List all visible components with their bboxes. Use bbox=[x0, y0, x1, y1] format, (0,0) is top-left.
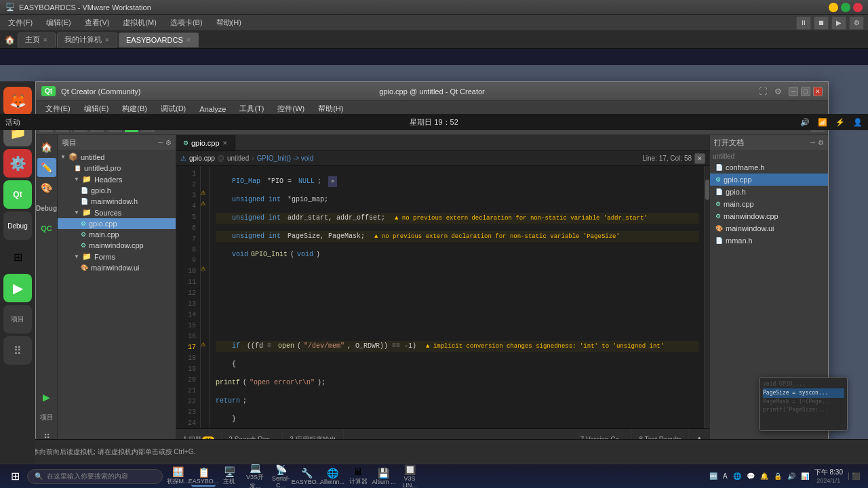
code-gutter: ⚠ ⚠ ⚠ bbox=[201, 166, 210, 428]
vmware-tab-easyboardcs-close[interactable]: ✕ bbox=[186, 37, 191, 43]
headers-icon: 📁 bbox=[82, 175, 92, 184]
maximize-button[interactable] bbox=[841, 3, 850, 12]
qt-close-button[interactable]: ✕ bbox=[813, 87, 823, 96]
taskbar-app-allwinner[interactable]: 🌐 Allwinn... bbox=[320, 466, 344, 487]
ubuntu-dock-terminal[interactable]: ⊞ bbox=[3, 243, 32, 271]
tree-collapse-btn[interactable]: ─ bbox=[158, 139, 163, 146]
tree-item-mainwindow-h[interactable]: 📄 mainwindow.h bbox=[58, 196, 176, 207]
vmware-tab-home[interactable]: 主页 ✕ bbox=[18, 33, 56, 47]
tree-item-sources[interactable]: ▼ 📁 Sources bbox=[58, 207, 176, 218]
ubuntu-dock-apps[interactable]: ⠿ bbox=[3, 336, 32, 365]
vmware-tab-easyboardcs[interactable]: EASYBOARDCS ✕ bbox=[119, 33, 199, 47]
qt-sidebar-run[interactable]: ▶ bbox=[37, 388, 56, 407]
editor-breadcrumb-func[interactable]: GPIO_Init() -> void bbox=[257, 155, 314, 162]
vmware-tab-home-icon[interactable]: 🏠 bbox=[3, 33, 16, 47]
qt-menu-analyze[interactable]: Analyze bbox=[193, 103, 233, 115]
qt-app-name: Qt Creator (Community) bbox=[61, 87, 140, 96]
editor-tabbar: ⚙ gpio.cpp ✕ bbox=[176, 135, 709, 151]
taskbar-app-calculator[interactable]: 🖩 计算器 bbox=[346, 466, 370, 487]
tree-item-untitled[interactable]: ▼ 📦 untitled bbox=[58, 151, 176, 163]
qt-restore-button[interactable]: □ bbox=[801, 87, 810, 96]
taskbar-app-v3slin[interactable]: 🔲 V3S LIN... bbox=[397, 466, 422, 487]
qt-sidebar-debug[interactable]: Debug bbox=[37, 199, 56, 218]
qt-sidebar-design[interactable]: 🎨 bbox=[37, 178, 56, 197]
vmware-menu-file[interactable]: 文件(F) bbox=[4, 16, 37, 29]
tree-item-gpio-cpp[interactable]: ⚙ gpio.cpp bbox=[58, 218, 176, 229]
open-mainwindow-ui-icon: 🎨 bbox=[715, 225, 723, 232]
taskbar-app-easybo1[interactable]: 📋 EASYBO... bbox=[191, 466, 216, 487]
ubuntu-dock-debug[interactable]: Debug bbox=[3, 211, 32, 240]
minimize-button[interactable] bbox=[829, 3, 838, 12]
vmware-toolbar-btn-2[interactable]: ⏹ bbox=[814, 16, 829, 30]
vmware-menu-view[interactable]: 查看(V) bbox=[81, 16, 114, 29]
system-clock[interactable]: 下午 8:30 2024/1/1 bbox=[814, 468, 843, 485]
open-file-mainwindow-ui[interactable]: 🎨 mainwindow.ui bbox=[710, 222, 828, 235]
taskbar-app-initial[interactable]: 🪟 初探M... bbox=[165, 466, 190, 487]
vmware-tab-mycomputer-close[interactable]: ✕ bbox=[104, 37, 110, 43]
vmware-menu-edit[interactable]: 编辑(E) bbox=[42, 16, 75, 29]
tree-item-untitled-pro[interactable]: 📋 untitled.pro bbox=[58, 163, 176, 174]
ubuntu-activities[interactable]: 活动 bbox=[5, 117, 20, 127]
qt-minimize-button[interactable]: ─ bbox=[789, 87, 798, 96]
tree-settings-btn[interactable]: ⚙ bbox=[165, 139, 172, 146]
vmware-menu-help[interactable]: 帮助(H) bbox=[212, 16, 245, 29]
open-file-gpio-cpp[interactable]: ⚙ gpio.cpp bbox=[710, 174, 828, 186]
taskbar-app-serial[interactable]: 📡 Serial-C... bbox=[269, 466, 293, 487]
wifi-icon[interactable]: 📶 bbox=[818, 118, 827, 127]
editor-tab-close[interactable]: ✕ bbox=[222, 140, 228, 146]
speaker-icon[interactable]: 🔊 bbox=[800, 118, 810, 127]
ubuntu-dock-qtcreator[interactable]: Qt bbox=[3, 180, 32, 209]
taskbar-app-v3s[interactable]: 💻 V3S开发... bbox=[243, 466, 267, 487]
vmware-toolbar-btn-4[interactable]: ⚙ bbox=[849, 16, 864, 30]
code-editor: ⚙ gpio.cpp ✕ ⚠ gpio.cpp @ untitled › GPI… bbox=[176, 135, 709, 450]
open-file-main-cpp[interactable]: ⚙ main.cpp bbox=[710, 198, 828, 210]
tree-item-forms[interactable]: ▼ 📁 Forms bbox=[58, 251, 176, 262]
taskbar-app-easybo2[interactable]: 🔧 EASYBO... bbox=[294, 466, 319, 487]
tree-item-mainwindow-cpp[interactable]: ⚙ mainwindow.cpp bbox=[58, 240, 176, 251]
taskbar-app-host[interactable]: 🖥️ 主机 bbox=[217, 466, 241, 487]
vmware-toolbar-btn-3[interactable]: ▶ bbox=[831, 16, 846, 30]
editor-filename: gpio.cpp bbox=[189, 155, 215, 162]
editor-close-btn[interactable]: ✕ bbox=[694, 153, 705, 164]
tree-item-mainwindow-ui[interactable]: 🎨 mainwindow.ui bbox=[58, 262, 176, 273]
editor-tab-gpio-cpp[interactable]: ⚙ gpio.cpp ✕ bbox=[176, 135, 235, 150]
vmware-menu-tab[interactable]: 选项卡(B) bbox=[166, 16, 207, 29]
vmware-tab-mycomputer[interactable]: 我的计算机 ✕ bbox=[57, 33, 117, 47]
ubuntu-dock-project[interactable]: 项目 bbox=[3, 305, 32, 333]
open-file-mainwindow-cpp[interactable]: ⚙ mainwindow.cpp bbox=[710, 210, 828, 222]
ubuntu-dock-settings[interactable]: ⚙️ bbox=[3, 149, 32, 178]
ubuntu-dock-run[interactable]: ▶ bbox=[3, 274, 32, 302]
qt-title: gpio.cpp @ untitled - Qt Creator bbox=[379, 87, 484, 96]
ubuntu-dock-browser[interactable]: 🦊 bbox=[3, 87, 32, 115]
tree-item-gpio-h[interactable]: 📄 gpio.h bbox=[58, 185, 176, 196]
open-files-settings[interactable]: ⚙ bbox=[818, 139, 824, 146]
taskbar-app-altium[interactable]: 💾 Altium ... bbox=[372, 466, 396, 487]
windows-taskbar: ⊞ 🔍 在这里输入你要搜索的内容 🪟 初探M... 📋 EASYBO... 🖥 bbox=[0, 464, 868, 488]
code-text[interactable]: PIO_Map *PIO = NULL; ● unsigned int *gpi… bbox=[210, 166, 704, 428]
user-icon[interactable]: 👤 bbox=[853, 118, 863, 127]
vmware-toolbar-btn-1[interactable]: ⏸ bbox=[796, 16, 811, 30]
open-file-mman-h[interactable]: 📄 mman.h bbox=[710, 235, 828, 247]
open-file-confname-h[interactable]: 📄 confname.h bbox=[710, 161, 828, 174]
vmware-menu-vm[interactable]: 虚拟机(M) bbox=[119, 16, 161, 29]
code-area[interactable]: 12345 678910 1112131415 1617181920 21222… bbox=[176, 166, 709, 428]
qt-fullscreen-icon[interactable]: ⛶ bbox=[757, 86, 768, 97]
qt-settings-icon[interactable]: ⚙ bbox=[772, 86, 783, 97]
power-icon[interactable]: ⚡ bbox=[835, 118, 845, 127]
open-file-gpio-h[interactable]: 📄 gpio.h bbox=[710, 186, 828, 198]
qt-sidebar-welcome[interactable]: 🏠 bbox=[37, 138, 56, 157]
win-start-button[interactable]: ⊞ bbox=[3, 466, 27, 487]
tree-item-main-cpp[interactable]: ⚙ main.cpp bbox=[58, 229, 176, 240]
show-desktop-btn[interactable]: ⬛ bbox=[848, 472, 860, 480]
open-main-cpp-icon: ⚙ bbox=[715, 201, 721, 207]
tree-item-headers[interactable]: ▼ 📁 Headers bbox=[58, 174, 176, 185]
qt-sidebar-qc[interactable]: QC bbox=[37, 219, 56, 238]
qt-sidebar-edit[interactable]: ✏️ bbox=[37, 158, 56, 177]
win-search-bar[interactable]: 🔍 在这里输入你要搜索的内容 bbox=[27, 469, 163, 484]
qt-sidebar-project[interactable]: 项目 bbox=[37, 408, 56, 427]
close-button[interactable] bbox=[853, 3, 863, 12]
open-files-collapse[interactable]: ─ bbox=[810, 139, 815, 146]
tray-icon-7: 🔊 bbox=[787, 472, 795, 480]
code-scrollbar[interactable] bbox=[704, 166, 709, 428]
vmware-tab-home-close[interactable]: ✕ bbox=[43, 37, 48, 43]
